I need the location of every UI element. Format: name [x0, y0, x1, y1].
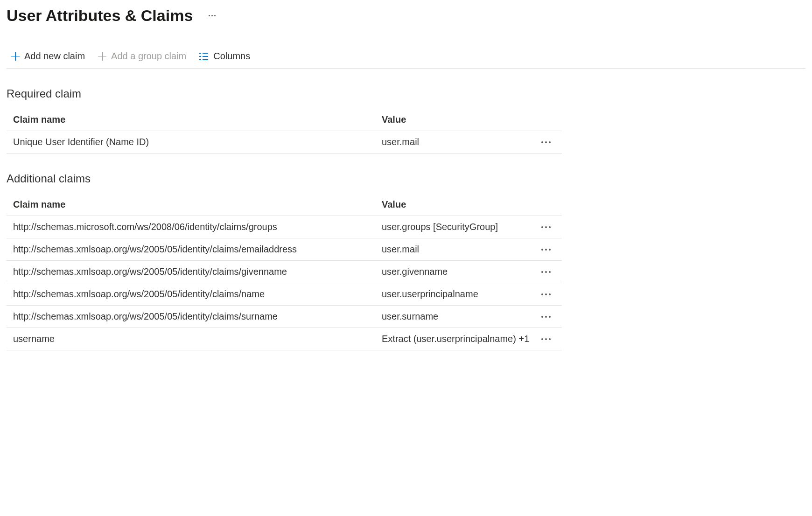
additional-claims-heading: Additional claims [7, 172, 805, 185]
page-title: User Attributes & Claims [7, 7, 193, 25]
claim-value-cell: user.mail [382, 244, 537, 255]
add-new-claim-label: Add new claim [24, 51, 85, 62]
column-header-value: Value [382, 199, 537, 210]
claim-name-cell: Unique User Identifier (Name ID) [13, 137, 382, 147]
plus-icon [11, 52, 20, 61]
row-more-actions-button[interactable] [539, 139, 553, 146]
column-header-name: Claim name [13, 199, 382, 210]
columns-label: Columns [213, 51, 250, 62]
table-row[interactable]: http://schemas.microsoft.com/ws/2008/06/… [7, 216, 562, 238]
row-more-actions-button[interactable] [539, 223, 553, 231]
toolbar: Add new claim Add a group claim Columns [7, 47, 805, 69]
columns-icon [199, 53, 209, 60]
plus-icon [98, 52, 106, 61]
table-header-row: Claim name Value [7, 194, 562, 216]
claim-value-cell: user.userprincipalname [382, 289, 537, 300]
table-row[interactable]: usernameExtract (user.userprincipalname)… [7, 328, 562, 350]
claim-value-cell: Extract (user.userprincipalname) +1 [382, 334, 537, 344]
required-claim-heading: Required claim [7, 87, 805, 100]
row-more-actions-button[interactable] [539, 291, 553, 298]
column-header-value: Value [382, 114, 537, 125]
table-row[interactable]: http://schemas.xmlsoap.org/ws/2005/05/id… [7, 283, 562, 306]
claim-name-cell: http://schemas.xmlsoap.org/ws/2005/05/id… [13, 266, 382, 277]
row-more-actions-button[interactable] [539, 246, 553, 253]
claim-name-cell: http://schemas.xmlsoap.org/ws/2005/05/id… [13, 289, 382, 300]
add-group-claim-label: Add a group claim [111, 51, 186, 62]
table-row[interactable]: http://schemas.xmlsoap.org/ws/2005/05/id… [7, 261, 562, 283]
table-row[interactable]: http://schemas.xmlsoap.org/ws/2005/05/id… [7, 306, 562, 328]
claim-value-cell: user.mail [382, 137, 537, 147]
claim-name-cell: http://schemas.xmlsoap.org/ws/2005/05/id… [13, 244, 382, 255]
add-group-claim-button: Add a group claim [98, 51, 186, 62]
add-new-claim-button[interactable]: Add new claim [11, 51, 85, 62]
table-header-row: Claim name Value [7, 109, 562, 131]
table-row[interactable]: http://schemas.xmlsoap.org/ws/2005/05/id… [7, 238, 562, 261]
row-more-actions-button[interactable] [539, 313, 553, 321]
claim-name-cell: http://schemas.xmlsoap.org/ws/2005/05/id… [13, 311, 382, 322]
additional-claims-table: Claim name Value http://schemas.microsof… [7, 194, 562, 350]
column-header-name: Claim name [13, 114, 382, 125]
claim-value-cell: user.surname [382, 311, 537, 322]
required-claim-table: Claim name Value Unique User Identifier … [7, 109, 562, 153]
more-actions-button[interactable] [206, 12, 218, 19]
claim-name-cell: http://schemas.microsoft.com/ws/2008/06/… [13, 222, 382, 232]
columns-button[interactable]: Columns [199, 51, 250, 62]
claim-value-cell: user.givenname [382, 266, 537, 277]
claim-value-cell: user.groups [SecurityGroup] [382, 222, 537, 232]
table-row[interactable]: Unique User Identifier (Name ID)user.mai… [7, 131, 562, 153]
row-more-actions-button[interactable] [539, 335, 553, 343]
row-more-actions-button[interactable] [539, 268, 553, 276]
claim-name-cell: username [13, 334, 382, 344]
